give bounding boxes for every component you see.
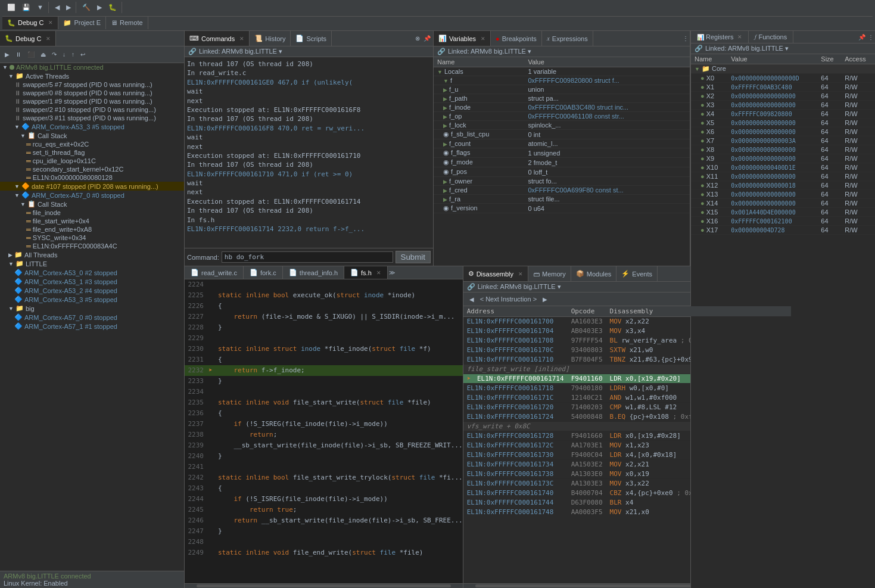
expand-fra[interactable]: ▶ — [443, 197, 447, 203]
list-item[interactable]: 🔷 ARM_Cortex-A57_0 #0 stopped — [0, 313, 184, 322]
expand-fu[interactable]: ▶ — [443, 87, 447, 93]
list-item[interactable]: ═ file_start_write+0x4 — [0, 217, 184, 225]
list-item[interactable]: ⏸ swapper/2 #10 stopped (PID 0 was runni… — [0, 105, 184, 114]
table-row[interactable]: ▶ f_cred 0xFFFFFC00A699F80 const st... — [434, 186, 690, 195]
list-item[interactable]: 🔷 ARM_Cortex-A53_1 #3 stopped — [0, 277, 184, 286]
list-item[interactable]: ⏸ swapper/0 #8 stopped (PID 0 was runnin… — [0, 89, 184, 97]
table-row[interactable]: ◉ f_sb_list_cpu 0 int — [434, 130, 690, 139]
table-row[interactable]: ● X10 0x0000000000400D1E 64 R/W — [691, 163, 875, 172]
tab-functions[interactable]: 𝑓 Functions — [749, 31, 793, 43]
reg-pin-btn[interactable]: 📌 — [857, 31, 867, 43]
table-row[interactable]: ▶ f_owner struct fo... — [434, 177, 690, 186]
table-row[interactable]: ● X2 0x0000000000000000 64 R/W — [691, 92, 875, 101]
callstack-item[interactable]: ▼ 📋 Call Stack — [0, 131, 184, 140]
list-item[interactable]: 🔷 ARM_Cortex-A57_1 #1 stopped — [0, 322, 184, 331]
list-item[interactable]: ═ secondary_start_kernel+0x12C — [0, 165, 184, 173]
stepover-btn[interactable]: ↷ — [49, 50, 59, 59]
stepout-btn[interactable]: ↑ — [69, 50, 77, 59]
table-row[interactable]: ◉ f_version 0 u64 — [434, 204, 690, 213]
table-row[interactable]: ● X8 0x0000000000000000 64 R/W — [691, 145, 875, 154]
table-row[interactable]: ▶ f_inode 0xFFFFFC00AB3C480 struct inc..… — [434, 103, 690, 112]
next-instr-prev-btn[interactable]: ◀ — [467, 295, 477, 304]
table-row[interactable]: ▶ f_op 0xFFFFFC000461108 const str... — [434, 112, 690, 121]
tab-remote[interactable]: 🖥 Remote — [106, 17, 148, 29]
list-item[interactable]: ═ EL1N:0x000000080080128 — [0, 173, 184, 182]
list-item[interactable]: 🔷 ARM_Cortex-A53_0 #2 stopped — [0, 268, 184, 277]
expand-fcount[interactable]: ▶ — [443, 141, 447, 147]
new-btn[interactable]: ⬜ — [4, 2, 18, 13]
tab-debug-tree[interactable]: 🐛 Debug C ✕ — [0, 31, 56, 46]
suspend-btn[interactable]: ⏸ — [13, 50, 24, 59]
table-row[interactable]: ● X13 0x0000000000000000 64 R/W — [691, 190, 875, 199]
tab-commands[interactable]: ⌨ Commands ✕ — [185, 31, 250, 46]
close-commands[interactable]: ✕ — [239, 36, 244, 42]
table-row[interactable]: ▶ f_ra struct file... — [434, 195, 690, 204]
table-row[interactable]: ● X3 0x0000000000000000 64 R/W — [691, 101, 875, 110]
table-row[interactable]: ▶ f_u union — [434, 85, 690, 94]
debug-btn[interactable]: 🐛 — [105, 2, 120, 13]
close-variables[interactable]: ✕ — [481, 36, 485, 42]
tree-active-threads[interactable]: ▼ 📁 Active Threads — [0, 71, 184, 80]
table-row[interactable]: ● X6 0x0000000000000000 64 R/W — [691, 127, 875, 136]
source-content[interactable]: 2224 2225 static inline bool execute_ok(… — [185, 279, 463, 583]
tab-fsh[interactable]: 📄 fs.h ✕ — [344, 266, 388, 279]
table-row[interactable]: ● X4 0xFFFFFC009820800 64 R/W — [691, 110, 875, 119]
expand-f[interactable]: ▼ — [443, 78, 449, 84]
save-btn[interactable]: 💾 — [19, 2, 33, 13]
table-row[interactable]: ● X12 0x0000000000000018 64 R/W — [691, 181, 875, 190]
tab-expressions[interactable]: 𝑥 Expressions — [542, 31, 593, 46]
big-group-item[interactable]: ▼ 📁 big — [0, 304, 184, 313]
list-item[interactable]: ▼ 🔷 ARM_Cortex-A53_3 #5 stopped — [0, 122, 184, 131]
expand-core[interactable]: ▼ — [695, 66, 700, 72]
table-row[interactable]: ● X0 0x0000000000000000D 64 R/W — [691, 74, 875, 83]
tab-read-write[interactable]: 📄 read_write.c — [185, 266, 244, 279]
clear-btn[interactable]: ⊗ — [414, 35, 421, 42]
table-row[interactable]: ◉ f_pos 0 loff_t — [434, 167, 690, 177]
tab-registers-icon[interactable]: 📊 Registers ✕ — [691, 31, 749, 43]
stepreturn-btn[interactable]: ↩ — [78, 50, 88, 59]
commands-output[interactable]: In thread 107 (OS thread id 208) In read… — [185, 57, 433, 248]
list-item[interactable]: ═ EL1N:0xFFFFFC000083A4C — [0, 242, 184, 250]
expand-locals[interactable]: ▼ — [437, 69, 443, 75]
all-threads-item[interactable]: ▶ 📁 All Threads — [0, 250, 184, 259]
list-item[interactable]: ⏸ swapper/3 #11 stopped (PID 0 was runni… — [0, 114, 184, 122]
source-hscroll[interactable] — [185, 583, 463, 588]
back-btn[interactable]: ◀ — [52, 2, 63, 13]
more-tabs-btn[interactable]: ≫ — [388, 266, 396, 279]
tab-history[interactable]: 📜 History — [250, 31, 291, 46]
tab-project-e[interactable]: 📁 Project E — [58, 17, 106, 29]
tab-variables[interactable]: 📊 Variables ✕ — [434, 31, 491, 46]
expand-flock[interactable]: ▶ — [443, 123, 447, 129]
table-row[interactable]: ● X15 0x001A440D4E000000 64 R/W — [691, 208, 875, 217]
table-row[interactable]: ▶ f_path struct pa... — [434, 94, 690, 103]
list-item[interactable]: ═ rcu_eqs_exit+0x2C — [0, 140, 184, 148]
table-row[interactable]: ● X7 0x000000000000003A 64 R/W — [691, 136, 875, 145]
run-btn[interactable]: ▶ — [94, 2, 105, 13]
hscroll-thumb[interactable] — [197, 584, 451, 587]
expand-fcred[interactable]: ▶ — [443, 188, 447, 194]
registers-content[interactable]: Name Value Size Access ▼ 📁 Core — [691, 54, 875, 588]
close-debug-tree[interactable]: ✕ — [46, 36, 51, 42]
reg-menu-btn[interactable]: ⋮ — [867, 31, 875, 43]
tab-breakpoints[interactable]: ● Breakpoints — [491, 31, 542, 46]
list-item[interactable]: ⏸ swapper/1 #9 stopped (PID 0 was runnin… — [0, 97, 184, 105]
table-row[interactable]: ● X16 0xFFFFFC000162100 64 R/W — [691, 217, 875, 226]
table-row[interactable]: ● X11 0x0000000000000000 64 R/W — [691, 172, 875, 181]
table-row[interactable]: ▶ f_count atomic_l... — [434, 139, 690, 148]
variables-menu-btn[interactable]: ⋮ — [681, 31, 690, 46]
disconnect-btn[interactable]: ⏏ — [38, 50, 48, 59]
table-row[interactable]: ▶ f_lock spinlock_... — [434, 121, 690, 130]
table-row[interactable]: ● X14 0x0000000000000000 64 R/W — [691, 199, 875, 208]
tab-disassembly[interactable]: ⚙ Disassembly ✕ — [463, 266, 528, 281]
tab-close-debug[interactable]: ✕ — [48, 20, 53, 26]
tab-debug-c[interactable]: 🐛 Debug C ✕ — [2, 17, 58, 29]
table-row[interactable]: ● X17 0x000000004D728 64 R/W — [691, 226, 875, 235]
expand-fpath[interactable]: ▶ — [443, 96, 447, 102]
next-instr-next-btn[interactable]: ▶ — [540, 295, 550, 304]
close-disassembly[interactable]: ✕ — [518, 271, 523, 277]
tab-thread-info[interactable]: 📄 thread_info.h — [283, 266, 344, 279]
callstack-item-2[interactable]: ▼ 📋 Call Stack — [0, 200, 184, 209]
list-item[interactable]: ═ file_end_write+0xA8 — [0, 225, 184, 234]
list-item[interactable]: 🔷 ARM_Cortex-A53_3 #5 stopped — [0, 295, 184, 304]
expand-fop[interactable]: ▶ — [443, 114, 447, 120]
